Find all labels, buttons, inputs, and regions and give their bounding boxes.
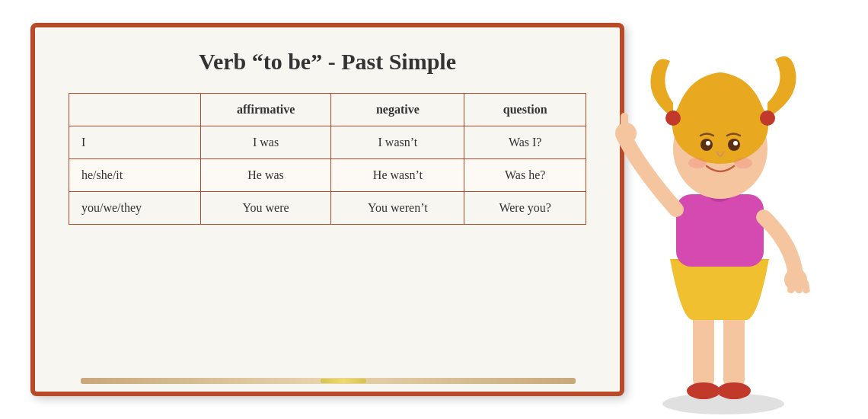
board-title: Verb “to be” - Past Simple [35,49,620,75]
table-header-row: affirmative negative question [69,94,586,126]
table-cell-1-3: Was he? [464,159,586,192]
svg-point-3 [687,382,720,399]
svg-point-15 [665,110,681,126]
svg-point-21 [688,158,707,168]
cartoon-girl [594,0,853,419]
table-cell-2-0: you/we/they [69,192,201,225]
svg-point-4 [717,382,751,399]
col-subject [69,94,201,126]
svg-rect-10 [796,278,803,293]
svg-point-22 [734,158,752,168]
table-row: you/we/theyYou wereYou weren’tWere you? [69,192,586,225]
svg-rect-5 [676,194,764,267]
table-cell-0-0: I [69,126,201,159]
table-cell-0-2: I wasn’t [331,126,464,159]
svg-rect-7 [621,113,628,134]
chalk [321,379,366,383]
svg-rect-11 [801,280,810,293]
col-negative: negative [331,94,464,126]
girl-illustration [594,0,853,419]
grammar-table: affirmative negative question II wasI wa… [69,93,586,225]
svg-point-16 [760,110,775,126]
board-tray [81,378,576,384]
table-cell-2-2: You weren’t [331,192,464,225]
table-cell-2-3: Were you? [464,192,586,225]
table-cell-1-1: He was [200,159,331,192]
scene: Verb “to be” - Past Simple affirmative n… [0,0,868,419]
table-cell-0-3: Was I? [464,126,586,159]
svg-point-20 [733,141,738,146]
table-row: he/she/itHe wasHe wasn’tWas he? [69,159,586,192]
col-affirmative: affirmative [200,94,331,126]
table-cell-1-2: He wasn’t [331,159,464,192]
svg-point-19 [706,141,710,146]
col-question: question [464,94,586,126]
table-cell-1-0: he/she/it [69,159,201,192]
table-cell-2-1: You were [200,192,331,225]
table-row: II wasI wasn’tWas I? [69,126,586,159]
table-cell-0-1: I was [200,126,331,159]
whiteboard: Verb “to be” - Past Simple affirmative n… [30,23,624,396]
